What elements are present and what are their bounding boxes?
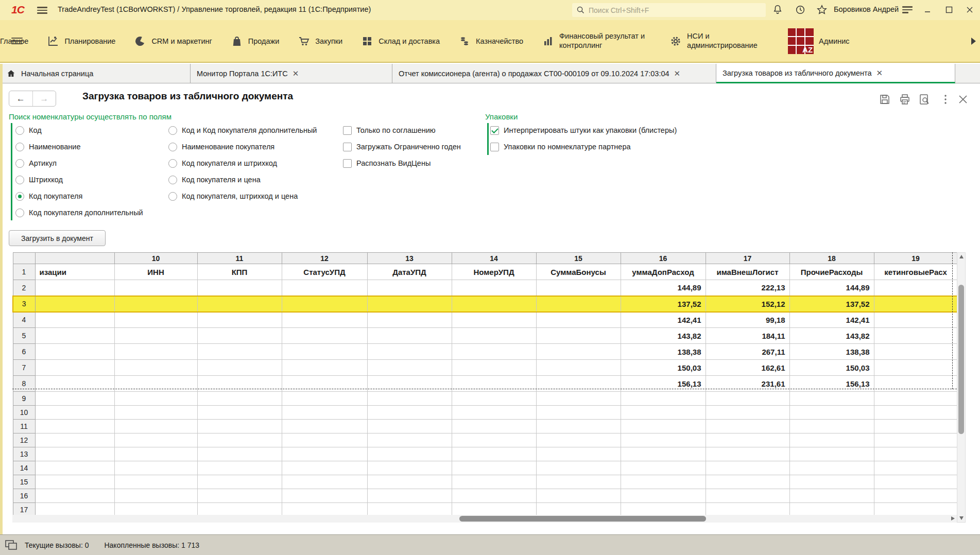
table-cell[interactable]: 137,52 xyxy=(621,296,706,312)
table-cell[interactable] xyxy=(789,433,874,447)
table-cell[interactable] xyxy=(282,461,367,475)
search-field-radio[interactable]: Код покупателя и штрихкод xyxy=(168,158,317,169)
ribbon-item-administration[interactable]: AZ Админис xyxy=(788,28,850,54)
maximize-button[interactable] xyxy=(944,5,954,14)
table-cell[interactable] xyxy=(367,280,452,296)
table-cell[interactable] xyxy=(197,312,282,328)
notifications-bell-icon[interactable] xyxy=(772,4,783,15)
table-cell[interactable] xyxy=(367,433,452,447)
main-menu-icon[interactable] xyxy=(37,7,47,14)
table-cell[interactable] xyxy=(452,489,536,503)
ribbon-item-planning[interactable]: Планирование xyxy=(47,35,115,47)
column-number-cell[interactable]: 14 xyxy=(452,253,536,264)
row-number-cell[interactable]: 12 xyxy=(13,433,35,447)
table-cell[interactable] xyxy=(197,406,282,420)
table-cell[interactable] xyxy=(367,461,452,475)
favorites-star-icon[interactable] xyxy=(816,4,828,15)
ribbon-scroll-right-icon[interactable] xyxy=(971,38,976,45)
ribbon-item-finresult[interactable]: Финансовый результат и контроллинг xyxy=(542,32,651,50)
table-cell[interactable]: 142,41 xyxy=(789,312,874,328)
table-cell[interactable] xyxy=(789,406,874,420)
row-number-cell[interactable]: 14 xyxy=(13,461,35,475)
row-number-cell[interactable]: 15 xyxy=(13,475,35,489)
table-cell[interactable] xyxy=(452,433,536,447)
row-number-cell[interactable]: 1 xyxy=(13,264,35,280)
table-cell[interactable] xyxy=(197,360,282,376)
table-cell[interactable] xyxy=(367,344,452,360)
table-cell[interactable] xyxy=(282,406,367,420)
table-cell[interactable] xyxy=(282,328,367,344)
table-cell[interactable] xyxy=(789,392,874,406)
table-cell[interactable] xyxy=(536,392,621,406)
table-cell[interactable]: 142,41 xyxy=(621,312,706,328)
table-cell[interactable] xyxy=(197,344,282,360)
back-button[interactable]: ← xyxy=(9,91,33,106)
ribbon-item-nsi[interactable]: НСИ и администрирование xyxy=(669,32,769,50)
table-cell[interactable] xyxy=(536,296,621,312)
table-cell[interactable]: 184,11 xyxy=(706,328,789,344)
close-tab-icon[interactable]: ✕ xyxy=(293,69,299,78)
table-cell[interactable] xyxy=(536,360,621,376)
table-cell[interactable] xyxy=(452,312,536,328)
column-number-cell[interactable]: 16 xyxy=(621,253,706,264)
corner-cell[interactable] xyxy=(35,253,114,264)
table-cell[interactable] xyxy=(874,280,957,296)
table-cell[interactable] xyxy=(35,392,114,406)
forward-button[interactable]: → xyxy=(33,91,56,106)
table-cell[interactable] xyxy=(367,296,452,312)
table-cell[interactable] xyxy=(536,420,621,433)
table-cell[interactable]: 152,12 xyxy=(706,296,789,312)
table-cell[interactable] xyxy=(706,406,789,420)
table-cell[interactable]: 143,82 xyxy=(621,328,706,344)
table-cell[interactable]: 144,89 xyxy=(621,280,706,296)
horizontal-scrollbar[interactable] xyxy=(12,515,957,523)
table-cell[interactable] xyxy=(367,447,452,461)
row-number-cell[interactable]: 13 xyxy=(13,447,35,461)
scroll-down-icon[interactable] xyxy=(959,516,964,520)
ribbon-item-treasury[interactable]: Казначейство xyxy=(458,35,523,47)
service-menu-icon[interactable] xyxy=(902,6,914,14)
table-cell[interactable] xyxy=(621,489,706,503)
table-cell[interactable] xyxy=(197,328,282,344)
column-number-cell[interactable]: 11 xyxy=(197,253,282,264)
table-cell[interactable] xyxy=(114,312,197,328)
table-cell[interactable] xyxy=(621,392,706,406)
table-cell[interactable]: 144,89 xyxy=(789,280,874,296)
column-number-cell[interactable]: 12 xyxy=(282,253,367,264)
table-cell[interactable] xyxy=(197,447,282,461)
table-cell[interactable]: 143,82 xyxy=(789,328,874,344)
table-cell[interactable] xyxy=(114,344,197,360)
table-cell[interactable] xyxy=(536,433,621,447)
table-cell[interactable] xyxy=(35,447,114,461)
search-option-checkbox[interactable]: Загружать Ограниченно годен xyxy=(343,141,461,152)
column-name-cell[interactable]: ИНН xyxy=(114,264,197,280)
ribbon-item-warehouse[interactable]: Склад и доставка xyxy=(361,35,440,47)
column-name-cell[interactable]: изации xyxy=(35,264,114,280)
table-cell[interactable] xyxy=(706,447,789,461)
ribbon-item-purchases[interactable]: Закупки xyxy=(298,35,342,47)
table-cell[interactable] xyxy=(282,312,367,328)
column-number-cell[interactable]: 18 xyxy=(789,253,874,264)
table-cell[interactable] xyxy=(282,296,367,312)
ribbon-item-crm[interactable]: CRM и маркетинг xyxy=(134,35,212,47)
table-cell[interactable] xyxy=(452,344,536,360)
table-cell[interactable] xyxy=(789,461,874,475)
search-field-radio[interactable]: Наименование xyxy=(15,141,143,152)
search-field-radio[interactable]: Код xyxy=(15,125,143,136)
table-cell[interactable] xyxy=(874,328,957,344)
table-cell[interactable] xyxy=(35,461,114,475)
table-cell[interactable] xyxy=(789,420,874,433)
table-cell[interactable] xyxy=(35,296,114,312)
save-icon[interactable] xyxy=(879,93,891,106)
table-cell[interactable] xyxy=(706,433,789,447)
close-tab-icon[interactable]: ✕ xyxy=(674,69,681,78)
user-name[interactable]: Боровиков Андрей xyxy=(834,5,899,13)
table-cell[interactable] xyxy=(536,489,621,503)
table-cell[interactable] xyxy=(874,344,957,360)
column-number-cell[interactable]: 17 xyxy=(706,253,789,264)
table-cell[interactable] xyxy=(114,406,197,420)
table-cell[interactable] xyxy=(197,433,282,447)
table-cell[interactable] xyxy=(114,392,197,406)
table-cell[interactable] xyxy=(367,392,452,406)
table-cell[interactable] xyxy=(452,296,536,312)
